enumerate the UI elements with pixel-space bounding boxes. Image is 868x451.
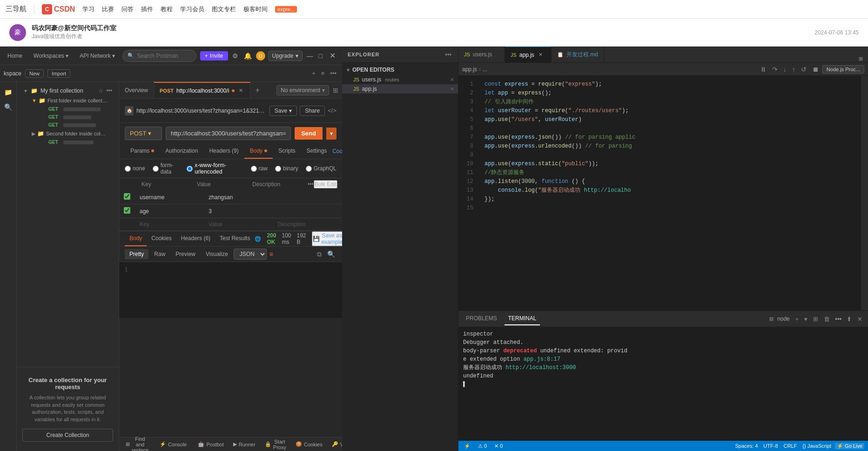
radio-form-data[interactable]: form-data xyxy=(153,162,179,175)
radio-binary-input[interactable] xyxy=(275,166,281,172)
desc-input-empty[interactable] xyxy=(278,221,337,228)
api-network-btn[interactable]: API Network ▾ xyxy=(76,51,119,61)
maximize-terminal-btn[interactable]: ⬆ xyxy=(845,315,854,323)
radio-graphql[interactable]: GraphQL xyxy=(306,165,336,172)
csdn-learn[interactable]: 学习 xyxy=(82,5,94,13)
bell-btn[interactable]: 🔔 xyxy=(242,51,253,61)
app-link[interactable]: app.js:8:17 xyxy=(524,356,560,363)
open-editor-users[interactable]: JS users.js routes ✕ xyxy=(342,75,458,84)
list-item[interactable]: GET xyxy=(37,113,115,121)
vscode-tab-users[interactable]: JS users.js xyxy=(458,47,505,62)
second-folder[interactable]: ▶ 📁 Second folder inside collection xyxy=(26,129,115,138)
close-users-btn[interactable]: ✕ xyxy=(450,77,454,83)
first-folder[interactable]: ▼ 📁 First folder inside collection xyxy=(26,96,115,105)
share-btn[interactable]: Share xyxy=(300,106,325,116)
list-item[interactable]: GET xyxy=(37,138,115,146)
settings-btn[interactable]: ⚙ xyxy=(231,51,240,61)
tab-headers[interactable]: Headers (9) xyxy=(203,144,244,159)
radio-form-data-input[interactable] xyxy=(153,166,159,172)
search-sidebar-icon[interactable]: 🔍 xyxy=(2,101,15,114)
radio-graphql-input[interactable] xyxy=(306,166,312,172)
collections-icon[interactable]: 📁 xyxy=(2,86,15,99)
csdn-nav-item[interactable]: 三导航 xyxy=(6,5,27,13)
vault-btn[interactable]: 🔑 Vault xyxy=(329,438,342,451)
console-btn[interactable]: ⚡ Console xyxy=(157,440,189,448)
maximize-btn[interactable]: □ xyxy=(317,51,324,61)
localhost-link[interactable]: http://localhost:3000 xyxy=(505,364,576,371)
save-btn[interactable]: Save ▾ xyxy=(269,106,297,116)
resp-view-preview[interactable]: Preview xyxy=(171,249,200,259)
resp-tab-headers[interactable]: Headers (6) xyxy=(176,231,215,246)
vscode-tab-app[interactable]: JS app.js ✕ xyxy=(505,47,552,62)
add-terminal-btn[interactable]: + xyxy=(794,315,801,323)
row-checkbox-age[interactable] xyxy=(124,207,130,214)
list-item[interactable]: GET xyxy=(37,105,115,113)
resp-view-visualize[interactable]: Visualize xyxy=(201,249,233,259)
status-debug[interactable]: ⚡ xyxy=(462,443,472,449)
resp-tab-test-results[interactable]: Test Results xyxy=(215,231,255,246)
csdn-logo[interactable]: C CSDN xyxy=(42,4,75,14)
add-tab-btn[interactable]: + xyxy=(250,86,264,94)
delete-terminal-btn[interactable]: 🗑 xyxy=(822,315,832,323)
invite-btn[interactable]: + Invite xyxy=(200,51,228,61)
status-errors[interactable]: ✕ 0 xyxy=(492,443,505,449)
start-proxy-btn[interactable]: 🔒 Start Proxy xyxy=(262,438,289,451)
status-language[interactable]: {} JavaScript xyxy=(801,443,833,449)
cookies-bottom-btn[interactable]: 🍪 Cookies xyxy=(293,438,325,451)
value-input-age[interactable] xyxy=(209,208,268,215)
split-editor-btn[interactable]: ⊞ xyxy=(857,55,864,62)
restart-btn[interactable]: ↺ xyxy=(799,65,808,74)
value-input-empty[interactable] xyxy=(209,221,268,228)
plus-icon[interactable]: + xyxy=(310,69,317,78)
save-example-btn[interactable]: 💾 Save as example xyxy=(312,231,342,246)
key-input-username[interactable] xyxy=(140,194,199,201)
run-config-tag[interactable]: Node.js Proc... xyxy=(822,65,864,74)
open-editors-header[interactable]: ▼ OPEN EDITORS xyxy=(342,65,458,75)
collection-item[interactable]: ▼ 📁 My first collection ☆ ••• xyxy=(20,86,115,96)
value-input-username[interactable] xyxy=(209,194,268,201)
radio-raw[interactable]: raw xyxy=(251,165,268,172)
import-btn[interactable]: Import xyxy=(47,69,70,78)
desc-input-age[interactable] xyxy=(278,208,337,215)
send-dropdown-btn[interactable]: ▾ xyxy=(326,128,336,140)
vscode-tab-dev[interactable]: 📋 开发过程.md xyxy=(552,47,604,62)
key-input-age[interactable] xyxy=(140,208,199,215)
format-selector[interactable]: JSON xyxy=(234,249,267,260)
radio-none-input[interactable] xyxy=(125,166,131,172)
search-box[interactable]: 🔍 xyxy=(122,50,196,62)
step-into-btn[interactable]: ↓ xyxy=(781,65,788,74)
radio-none[interactable]: none xyxy=(125,165,145,172)
create-collection-btn[interactable]: Create Collection xyxy=(22,429,113,442)
env-selector[interactable]: No environment ▾ xyxy=(276,85,329,95)
tab-scripts[interactable]: Scripts xyxy=(273,144,301,159)
close-app-btn[interactable]: ✕ xyxy=(450,86,454,92)
filter-results-icon[interactable]: ≡ xyxy=(269,250,273,258)
minimize-btn[interactable]: — xyxy=(305,51,315,61)
more-icon[interactable]: ••• xyxy=(308,181,314,188)
list-item[interactable]: GET xyxy=(37,121,115,129)
key-input-empty[interactable] xyxy=(140,221,199,228)
stop-btn[interactable]: ⏹ xyxy=(810,65,821,74)
resp-tab-body[interactable]: Body xyxy=(125,231,147,246)
tab-auth[interactable]: Authorization xyxy=(160,144,203,159)
close-terminal-btn[interactable]: ✕ xyxy=(855,315,864,323)
split-terminal-btn[interactable]: ⊞ xyxy=(811,315,820,323)
radio-urlencoded-input[interactable] xyxy=(187,166,193,172)
resp-view-pretty[interactable]: Pretty xyxy=(125,249,148,259)
csdn-qa[interactable]: 问答 xyxy=(121,5,134,13)
csdn-plugin[interactable]: 插件 xyxy=(141,5,153,13)
status-encoding[interactable]: UTF-8 xyxy=(761,443,780,449)
csdn-membership[interactable]: 学习会员 xyxy=(180,5,204,13)
tab-body[interactable]: Body xyxy=(244,144,273,159)
radio-binary[interactable]: binary xyxy=(275,165,298,172)
bulk-edit-btn[interactable]: Bulk Edit xyxy=(314,180,337,188)
grid-icon[interactable]: ⊞ xyxy=(333,87,338,94)
window-close-btn[interactable]: ✕ xyxy=(327,50,338,61)
problems-tab[interactable]: PROBLEMS xyxy=(462,312,501,325)
home-btn[interactable]: Home xyxy=(4,51,26,61)
tab-post-request[interactable]: POST http://localhost:3000/i ✕ xyxy=(154,82,250,98)
pause-debug-btn[interactable]: ⏸ xyxy=(758,65,768,74)
copy-response-btn[interactable]: ⧉ xyxy=(316,249,323,260)
search-response-btn[interactable]: 🔍 xyxy=(326,249,336,259)
row-checkbox-username[interactable] xyxy=(124,193,130,200)
